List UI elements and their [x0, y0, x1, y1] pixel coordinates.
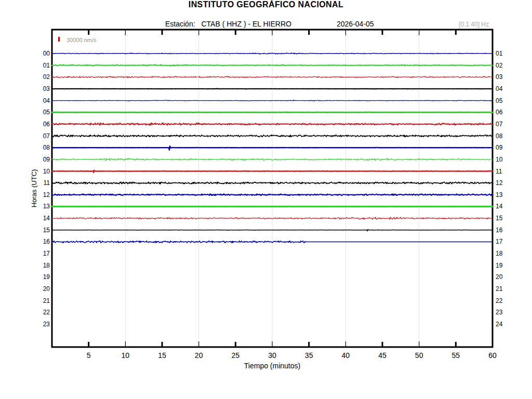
left-hour-label-07: 07	[36, 133, 50, 139]
right-hour-label-21: 21	[496, 286, 502, 292]
helicorder-plot	[0, 0, 532, 399]
right-hour-label-15: 15	[496, 215, 502, 221]
right-hour-label-10: 10	[496, 156, 502, 163]
right-hour-label-06: 06	[496, 109, 502, 115]
left-hour-label-02: 02	[36, 74, 50, 80]
x-tick-label-55: 55	[452, 351, 460, 360]
y-axis-title: Horas (UTC)	[30, 160, 38, 217]
right-hour-label-18: 18	[496, 250, 502, 257]
x-tick-label-10: 10	[122, 351, 130, 360]
left-hour-label-13: 13	[36, 203, 50, 209]
right-hour-label-24: 24	[496, 321, 502, 327]
right-hour-label-11: 11	[496, 168, 502, 175]
right-hour-label-22: 22	[496, 298, 502, 304]
right-hour-label-23: 23	[496, 309, 502, 315]
left-hour-label-03: 03	[36, 86, 50, 92]
trace-hour-03	[52, 89, 493, 89]
right-hour-label-04: 04	[496, 86, 502, 92]
left-hour-label-17: 17	[36, 250, 50, 257]
right-hour-label-08: 08	[496, 133, 502, 139]
x-tick-label-45: 45	[378, 351, 387, 360]
left-hour-label-23: 23	[36, 321, 50, 327]
right-hour-label-20: 20	[496, 274, 502, 280]
left-hour-label-05: 05	[36, 109, 50, 115]
left-hour-label-15: 15	[36, 227, 50, 233]
left-hour-label-01: 01	[36, 62, 50, 69]
right-hour-label-03: 03	[496, 74, 502, 80]
left-hour-label-21: 21	[36, 298, 50, 304]
left-hour-label-22: 22	[36, 309, 50, 315]
left-hour-label-19: 19	[36, 274, 50, 280]
x-tick-label-50: 50	[415, 351, 423, 360]
x-tick-label-30: 30	[268, 351, 276, 360]
trace-hour-05	[52, 112, 493, 113]
left-hour-label-16: 16	[36, 238, 50, 245]
right-hour-label-05: 05	[496, 98, 502, 104]
x-tick-label-5: 5	[87, 351, 91, 360]
right-hour-label-02: 02	[496, 62, 502, 69]
right-hour-label-13: 13	[496, 192, 502, 198]
left-hour-label-14: 14	[36, 215, 50, 221]
right-hour-label-01: 01	[496, 50, 502, 57]
right-hour-label-17: 17	[496, 238, 502, 245]
x-tick-label-20: 20	[195, 351, 203, 360]
left-hour-label-04: 04	[36, 98, 50, 104]
left-hour-label-00: 00	[36, 50, 50, 57]
left-hour-label-08: 08	[36, 144, 50, 151]
left-hour-label-18: 18	[36, 262, 50, 269]
x-axis-title: Tiempo (minutos)	[0, 362, 532, 370]
left-hour-label-10: 10	[36, 168, 50, 175]
right-hour-label-12: 12	[496, 180, 502, 186]
x-tick-label-35: 35	[305, 351, 313, 360]
seismogram-page: INSTITUTO GEOGRÁFICO NACIONAL Estación: …	[0, 0, 532, 399]
right-hour-label-16: 16	[496, 227, 502, 233]
right-hour-label-07: 07	[496, 121, 502, 127]
left-hour-label-09: 09	[36, 156, 50, 163]
right-hour-label-09: 09	[496, 144, 502, 151]
right-hour-label-14: 14	[496, 203, 502, 209]
left-hour-label-12: 12	[36, 192, 50, 198]
x-tick-label-60: 60	[488, 351, 497, 360]
left-hour-label-11: 11	[36, 180, 50, 186]
right-hour-label-19: 19	[496, 262, 502, 269]
x-tick-label-25: 25	[232, 351, 240, 360]
trace-hour-13	[52, 206, 493, 207]
x-tick-label-40: 40	[342, 351, 350, 360]
x-tick-label-15: 15	[158, 351, 166, 360]
left-hour-label-06: 06	[36, 121, 50, 127]
left-hour-label-20: 20	[36, 286, 50, 292]
